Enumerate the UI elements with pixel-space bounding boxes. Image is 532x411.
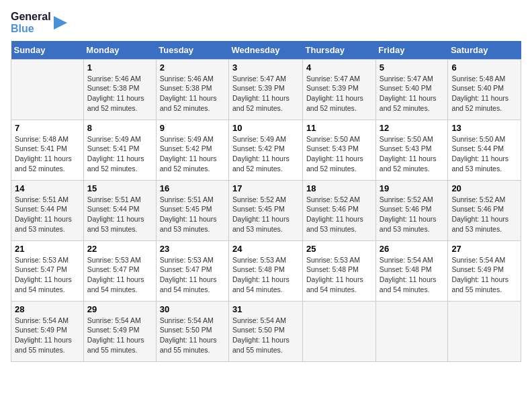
day-cell: 24Sunrise: 5:53 AMSunset: 5:48 PMDayligh…	[229, 240, 303, 301]
day-cell: 4Sunrise: 5:47 AMSunset: 5:39 PMDaylight…	[303, 59, 376, 120]
day-number: 26	[380, 244, 445, 254]
day-info: Sunrise: 5:53 AMSunset: 5:48 PMDaylight:…	[306, 255, 372, 295]
week-row-5: 28Sunrise: 5:54 AMSunset: 5:49 PMDayligh…	[11, 301, 521, 361]
day-number: 12	[380, 123, 445, 133]
day-cell: 30Sunrise: 5:54 AMSunset: 5:50 PMDayligh…	[156, 301, 228, 361]
day-info: Sunrise: 5:54 AMSunset: 5:49 PMDaylight:…	[451, 255, 517, 295]
day-cell: 8Sunrise: 5:49 AMSunset: 5:41 PMDaylight…	[83, 120, 156, 180]
week-row-1: 1Sunrise: 5:46 AMSunset: 5:38 PMDaylight…	[11, 59, 521, 120]
day-cell: 3Sunrise: 5:47 AMSunset: 5:39 PMDaylight…	[229, 59, 303, 120]
day-info: Sunrise: 5:54 AMSunset: 5:50 PMDaylight:…	[232, 316, 299, 355]
day-cell: 2Sunrise: 5:46 AMSunset: 5:38 PMDaylight…	[156, 59, 228, 120]
header: General Blue	[11, 11, 521, 36]
logo-general: General	[11, 11, 51, 23]
day-number: 15	[87, 183, 152, 193]
day-info: Sunrise: 5:51 AMSunset: 5:45 PMDaylight:…	[160, 195, 225, 234]
day-info: Sunrise: 5:53 AMSunset: 5:47 PMDaylight:…	[87, 255, 152, 295]
day-info: Sunrise: 5:52 AMSunset: 5:46 PMDaylight:…	[451, 195, 517, 234]
header-day-saturday: Saturday	[448, 41, 521, 60]
logo: General Blue	[11, 11, 67, 36]
day-cell: 15Sunrise: 5:51 AMSunset: 5:44 PMDayligh…	[83, 180, 156, 240]
day-cell	[303, 301, 376, 361]
day-number: 7	[15, 123, 80, 133]
day-number: 20	[451, 183, 517, 193]
logo-container: General Blue	[11, 11, 67, 36]
day-cell: 14Sunrise: 5:51 AMSunset: 5:44 PMDayligh…	[11, 180, 84, 240]
day-number: 8	[87, 123, 152, 133]
day-info: Sunrise: 5:48 AMSunset: 5:40 PMDaylight:…	[451, 74, 517, 113]
logo-arrow-icon	[54, 13, 67, 32]
day-info: Sunrise: 5:49 AMSunset: 5:41 PMDaylight:…	[87, 134, 152, 174]
day-cell: 11Sunrise: 5:50 AMSunset: 5:43 PMDayligh…	[303, 120, 376, 180]
header-row: SundayMondayTuesdayWednesdayThursdayFrid…	[11, 41, 521, 60]
calendar-table: SundayMondayTuesdayWednesdayThursdayFrid…	[11, 41, 521, 362]
day-cell	[11, 59, 84, 120]
day-number: 10	[232, 123, 299, 133]
day-cell: 23Sunrise: 5:53 AMSunset: 5:47 PMDayligh…	[156, 240, 228, 301]
day-info: Sunrise: 5:50 AMSunset: 5:44 PMDaylight:…	[451, 134, 517, 174]
day-cell: 20Sunrise: 5:52 AMSunset: 5:46 PMDayligh…	[448, 180, 521, 240]
day-number: 11	[306, 123, 372, 133]
day-cell: 12Sunrise: 5:50 AMSunset: 5:43 PMDayligh…	[375, 120, 448, 180]
header-day-sunday: Sunday	[11, 41, 84, 60]
day-info: Sunrise: 5:51 AMSunset: 5:44 PMDaylight:…	[15, 195, 80, 234]
day-info: Sunrise: 5:51 AMSunset: 5:44 PMDaylight:…	[87, 195, 152, 234]
logo-text-block: General Blue	[11, 11, 51, 36]
day-number: 17	[232, 183, 299, 193]
day-info: Sunrise: 5:47 AMSunset: 5:40 PMDaylight:…	[380, 74, 445, 113]
day-info: Sunrise: 5:52 AMSunset: 5:46 PMDaylight:…	[306, 195, 372, 234]
day-cell: 16Sunrise: 5:51 AMSunset: 5:45 PMDayligh…	[156, 180, 228, 240]
day-number: 28	[15, 304, 80, 314]
day-info: Sunrise: 5:48 AMSunset: 5:41 PMDaylight:…	[15, 134, 80, 174]
day-number: 19	[380, 183, 445, 193]
header-day-thursday: Thursday	[303, 41, 376, 60]
day-number: 30	[160, 304, 225, 314]
day-number: 29	[87, 304, 152, 314]
day-number: 21	[15, 244, 80, 254]
header-day-monday: Monday	[83, 41, 156, 60]
svg-marker-0	[54, 16, 67, 30]
day-number: 5	[380, 62, 445, 73]
day-cell	[375, 301, 448, 361]
day-cell: 19Sunrise: 5:52 AMSunset: 5:46 PMDayligh…	[375, 180, 448, 240]
day-number: 3	[232, 62, 299, 73]
day-number: 6	[451, 62, 517, 73]
day-number: 13	[451, 123, 517, 133]
day-info: Sunrise: 5:54 AMSunset: 5:48 PMDaylight:…	[380, 255, 445, 295]
day-number: 16	[160, 183, 225, 193]
day-cell: 21Sunrise: 5:53 AMSunset: 5:47 PMDayligh…	[11, 240, 84, 301]
day-cell: 9Sunrise: 5:49 AMSunset: 5:42 PMDaylight…	[156, 120, 228, 180]
day-number: 23	[160, 244, 225, 254]
day-info: Sunrise: 5:54 AMSunset: 5:49 PMDaylight:…	[15, 316, 80, 355]
day-info: Sunrise: 5:47 AMSunset: 5:39 PMDaylight:…	[306, 74, 372, 113]
day-number: 4	[306, 62, 372, 73]
day-cell: 13Sunrise: 5:50 AMSunset: 5:44 PMDayligh…	[448, 120, 521, 180]
day-number: 27	[451, 244, 517, 254]
day-cell: 28Sunrise: 5:54 AMSunset: 5:49 PMDayligh…	[11, 301, 84, 361]
day-number: 25	[306, 244, 372, 254]
day-number: 14	[15, 183, 80, 193]
day-cell	[448, 301, 521, 361]
day-cell: 10Sunrise: 5:49 AMSunset: 5:42 PMDayligh…	[229, 120, 303, 180]
day-cell: 29Sunrise: 5:54 AMSunset: 5:49 PMDayligh…	[83, 301, 156, 361]
day-cell: 7Sunrise: 5:48 AMSunset: 5:41 PMDaylight…	[11, 120, 84, 180]
day-info: Sunrise: 5:53 AMSunset: 5:48 PMDaylight:…	[232, 255, 299, 295]
day-cell: 25Sunrise: 5:53 AMSunset: 5:48 PMDayligh…	[303, 240, 376, 301]
day-info: Sunrise: 5:49 AMSunset: 5:42 PMDaylight:…	[232, 134, 299, 174]
day-number: 22	[87, 244, 152, 254]
day-cell: 17Sunrise: 5:52 AMSunset: 5:45 PMDayligh…	[229, 180, 303, 240]
day-info: Sunrise: 5:54 AMSunset: 5:49 PMDaylight:…	[87, 316, 152, 355]
day-info: Sunrise: 5:50 AMSunset: 5:43 PMDaylight:…	[380, 134, 445, 174]
day-cell: 5Sunrise: 5:47 AMSunset: 5:40 PMDaylight…	[375, 59, 448, 120]
day-number: 31	[232, 304, 299, 314]
day-cell: 6Sunrise: 5:48 AMSunset: 5:40 PMDaylight…	[448, 59, 521, 120]
header-day-tuesday: Tuesday	[156, 41, 228, 60]
day-info: Sunrise: 5:49 AMSunset: 5:42 PMDaylight:…	[160, 134, 225, 174]
day-number: 24	[232, 244, 299, 254]
day-info: Sunrise: 5:52 AMSunset: 5:46 PMDaylight:…	[380, 195, 445, 234]
day-info: Sunrise: 5:54 AMSunset: 5:50 PMDaylight:…	[160, 316, 225, 355]
day-number: 1	[87, 62, 152, 73]
day-info: Sunrise: 5:50 AMSunset: 5:43 PMDaylight:…	[306, 134, 372, 174]
day-info: Sunrise: 5:53 AMSunset: 5:47 PMDaylight:…	[160, 255, 225, 295]
day-info: Sunrise: 5:46 AMSunset: 5:38 PMDaylight:…	[160, 74, 225, 113]
